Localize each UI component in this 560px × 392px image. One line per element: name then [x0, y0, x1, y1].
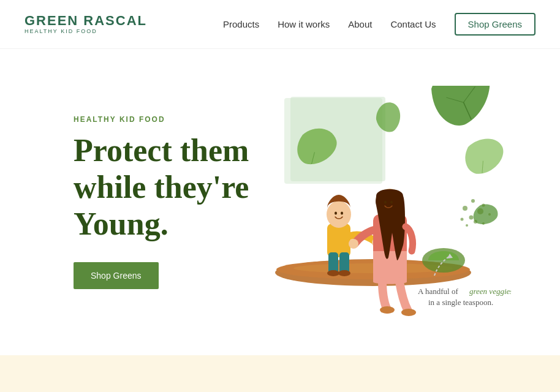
logo-sub-text: HEALTHY KID FOOD	[25, 29, 147, 35]
svg-point-33	[380, 306, 395, 314]
svg-rect-19	[327, 224, 350, 257]
nav-links: Products How it works About Contact Us S…	[223, 13, 535, 36]
svg-text:in a single teaspoon.: in a single teaspoon.	[428, 298, 493, 307]
nav-item-products[interactable]: Products	[223, 19, 259, 30]
svg-point-32	[349, 239, 358, 249]
svg-point-26	[338, 270, 350, 276]
svg-point-7	[471, 199, 475, 203]
svg-point-14	[466, 224, 468, 227]
svg-point-9	[469, 216, 474, 220]
svg-point-21	[335, 212, 337, 215]
svg-text:A handful of: A handful of	[418, 287, 458, 296]
svg-point-10	[461, 218, 464, 221]
svg-point-31	[390, 201, 393, 204]
svg-point-25	[327, 270, 339, 276]
svg-point-8	[477, 208, 483, 214]
svg-point-6	[463, 206, 467, 211]
svg-text:green veggies: green veggies	[469, 287, 511, 296]
nav-item-about[interactable]: About	[348, 19, 372, 30]
navbar: GREEN RASCAL HEALTHY KID FOOD Products H…	[0, 0, 560, 49]
shop-greens-hero-button[interactable]: Shop Greens	[74, 262, 159, 289]
nav-link-about[interactable]: About	[348, 19, 372, 29]
nav-cta[interactable]: Shop Greens	[455, 13, 535, 36]
nav-link-contact[interactable]: Contact Us	[390, 19, 436, 29]
svg-point-22	[341, 212, 343, 215]
nav-link-products[interactable]: Products	[223, 19, 259, 29]
svg-point-13	[488, 213, 491, 216]
svg-point-15	[482, 222, 485, 225]
nav-link-how-it-works[interactable]: How it works	[278, 19, 330, 29]
hero-illustration: A handful of green veggies in a single t…	[254, 86, 511, 318]
logo: GREEN RASCAL HEALTHY KID FOOD	[25, 13, 147, 34]
svg-point-34	[401, 309, 416, 316]
svg-point-30	[384, 201, 387, 204]
hero-heading: Protect them while they're Young.	[74, 132, 254, 242]
hero-label: HEALTHY KID FOOD	[74, 115, 254, 124]
hero-svg-illustration: A handful of green veggies in a single t…	[254, 86, 511, 318]
svg-point-20	[327, 201, 351, 228]
hero-text-block: HEALTHY KID FOOD Protect them while they…	[74, 115, 254, 288]
nav-item-how-it-works[interactable]: How it works	[278, 19, 330, 30]
nav-item-contact[interactable]: Contact Us	[390, 19, 436, 30]
hero-section: HEALTHY KID FOOD Protect them while they…	[0, 49, 560, 355]
svg-point-12	[474, 220, 477, 224]
svg-point-11	[482, 204, 485, 207]
shop-greens-nav-button[interactable]: Shop Greens	[455, 13, 535, 36]
logo-main-text: GREEN RASCAL	[25, 13, 147, 28]
peace-section: Peace of Mind for you. Green, whole-food…	[0, 355, 560, 392]
